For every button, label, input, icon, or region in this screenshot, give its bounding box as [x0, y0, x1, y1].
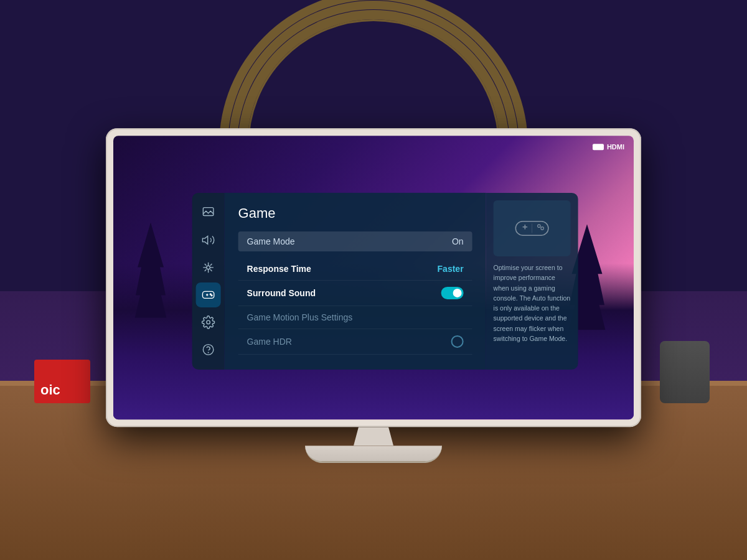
- game-motion-plus-label: Game Motion Plus Settings: [247, 312, 353, 322]
- game-hdr-toggle[interactable]: [451, 335, 464, 348]
- osd-info-panel: Optimise your screen to improve performa…: [486, 193, 578, 370]
- monitor-outer: HDMI: [106, 128, 641, 458]
- surround-sound-toggle[interactable]: [441, 287, 464, 299]
- hdmi-label: HDMI: [593, 143, 624, 151]
- game-icon-box: [494, 200, 571, 256]
- game-mode-row[interactable]: Game Mode On: [238, 231, 472, 251]
- game-hdr-row[interactable]: Game HDR: [238, 329, 472, 355]
- response-time-label: Response Time: [247, 264, 311, 274]
- svg-point-2: [207, 266, 210, 269]
- svg-point-23: [541, 227, 544, 230]
- svg-point-17: [203, 345, 214, 355]
- sidebar-item-game[interactable]: [196, 282, 221, 307]
- sidebar-item-settings[interactable]: [196, 310, 221, 335]
- response-time-value: Faster: [438, 264, 464, 274]
- svg-line-10: [205, 269, 207, 271]
- svg-marker-1: [202, 236, 207, 244]
- osd-sidebar: [192, 193, 225, 370]
- response-time-row[interactable]: Response Time Faster: [238, 258, 472, 281]
- hdmi-icon: [593, 144, 604, 150]
- svg-point-22: [538, 225, 541, 228]
- svg-point-14: [210, 294, 211, 295]
- osd-menu[interactable]: Game Game Mode On Response Time Faster S…: [192, 193, 578, 370]
- game-mode-value: On: [452, 236, 464, 246]
- panel-title: Game: [238, 205, 472, 222]
- monitor-bezel: HDMI: [106, 128, 641, 427]
- sidebar-item-support[interactable]: [196, 337, 221, 362]
- monitor-stand-neck: [349, 427, 398, 446]
- surround-sound-row[interactable]: Surround Sound: [238, 281, 472, 306]
- svg-point-16: [207, 320, 210, 324]
- speaker-decoration: [660, 341, 710, 403]
- sidebar-item-picture[interactable]: [196, 200, 221, 225]
- svg-line-9: [210, 264, 212, 266]
- game-mode-label: Game Mode: [247, 236, 295, 246]
- game-motion-plus-row[interactable]: Game Motion Plus Settings: [238, 306, 472, 329]
- monitor-screen: HDMI: [113, 136, 634, 419]
- red-box-text: oic: [34, 377, 90, 403]
- surround-sound-label: Surround Sound: [247, 288, 316, 298]
- svg-rect-0: [203, 208, 214, 216]
- monitor-stand-base: [305, 446, 442, 463]
- svg-line-7: [205, 264, 207, 266]
- gamepad-icon: [514, 216, 551, 241]
- red-box-decoration: oic: [34, 360, 90, 403]
- svg-point-15: [211, 295, 212, 296]
- svg-line-8: [210, 269, 212, 271]
- sidebar-item-network[interactable]: [196, 255, 221, 280]
- info-description: Optimise your screen to improve performa…: [494, 263, 571, 343]
- osd-main-panel: Game Game Mode On Response Time Faster S…: [225, 193, 486, 370]
- sidebar-item-sound[interactable]: [196, 228, 221, 253]
- game-hdr-label: Game HDR: [247, 337, 292, 347]
